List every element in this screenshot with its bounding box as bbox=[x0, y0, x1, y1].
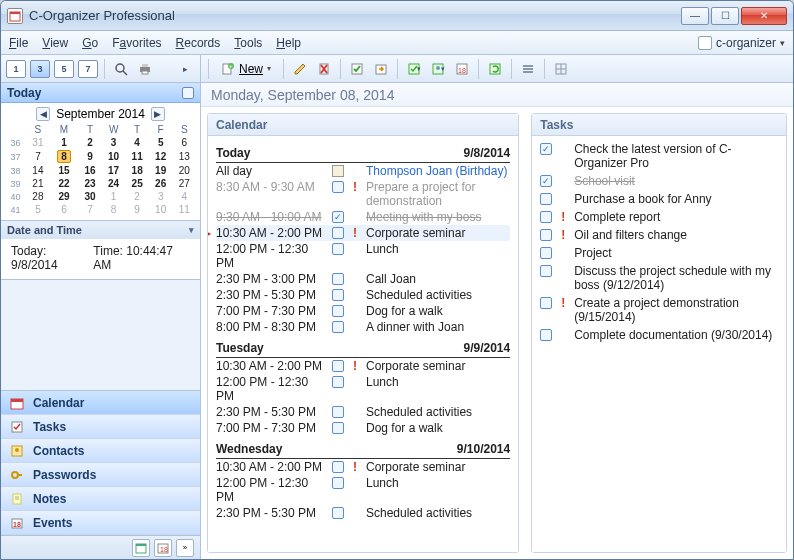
event-checkbox[interactable] bbox=[332, 406, 344, 418]
calendar-day[interactable]: 27 bbox=[172, 177, 196, 190]
task-checkbox[interactable]: ✓ bbox=[540, 175, 552, 187]
event-checkbox[interactable]: ✓ bbox=[332, 211, 344, 223]
view-5day-button[interactable]: 5 bbox=[53, 58, 75, 80]
calendar-day[interactable]: 6 bbox=[172, 136, 196, 149]
event-row[interactable]: 2:30 PM - 5:30 PMScheduled activities bbox=[216, 505, 510, 521]
task-checkbox[interactable] bbox=[540, 211, 552, 223]
calendar-day[interactable]: 1 bbox=[102, 190, 126, 203]
event-row[interactable]: 9:30 AM - 10:00 AM✓Meeting with my boss bbox=[216, 209, 510, 225]
calendar-day[interactable]: 7 bbox=[78, 203, 102, 216]
menu-file[interactable]: File bbox=[9, 36, 28, 50]
event-checkbox[interactable] bbox=[332, 321, 344, 333]
calendar-day[interactable]: 15 bbox=[50, 164, 79, 177]
calendar-day[interactable]: 18 bbox=[125, 164, 149, 177]
event-row[interactable]: 10:30 AM - 2:00 PM!Corporate seminar bbox=[216, 358, 510, 374]
calendar-day[interactable]: 4 bbox=[125, 136, 149, 149]
calendar-day[interactable]: 9 bbox=[78, 149, 102, 164]
event-row[interactable]: 8:00 PM - 8:30 PMA dinner with Joan bbox=[216, 319, 510, 335]
event-checkbox[interactable] bbox=[332, 289, 344, 301]
event-checkbox[interactable] bbox=[332, 305, 344, 317]
event-row[interactable]: 10:30 AM - 2:00 PM!Corporate seminar bbox=[216, 459, 510, 475]
left-toolbar-chevron[interactable]: ▸ bbox=[174, 58, 196, 80]
refresh-button[interactable] bbox=[484, 58, 506, 80]
filter2-button[interactable]: ▾ bbox=[427, 58, 449, 80]
search-button[interactable] bbox=[110, 58, 132, 80]
show-events-button[interactable]: 18 bbox=[451, 58, 473, 80]
calendar-day[interactable]: 7 bbox=[26, 149, 50, 164]
calendar-day[interactable]: 8 bbox=[50, 149, 79, 164]
event-row[interactable]: 7:00 PM - 7:30 PMDog for a walk bbox=[216, 420, 510, 436]
calendar-day[interactable]: 20 bbox=[172, 164, 196, 177]
menu-view[interactable]: View bbox=[42, 36, 68, 50]
task-checkbox[interactable] bbox=[540, 265, 552, 277]
menu-tools[interactable]: Tools bbox=[234, 36, 262, 50]
close-button[interactable]: ✕ bbox=[741, 7, 787, 25]
menu-help[interactable]: Help bbox=[276, 36, 301, 50]
event-checkbox[interactable] bbox=[332, 360, 344, 372]
calendar-day[interactable]: 9 bbox=[125, 203, 149, 216]
task-row[interactable]: Purchase a book for Anny bbox=[540, 190, 778, 208]
calendar-day[interactable]: 29 bbox=[50, 190, 79, 203]
calendar-body[interactable]: Today9/8/2014All dayThompson Joan (Birth… bbox=[208, 136, 518, 552]
nav-events[interactable]: 18Events bbox=[1, 511, 200, 535]
calendar-day[interactable]: 22 bbox=[50, 177, 79, 190]
event-checkbox[interactable] bbox=[332, 376, 344, 388]
goto-today-button[interactable] bbox=[370, 58, 392, 80]
filter1-button[interactable]: ▾ bbox=[403, 58, 425, 80]
grid-view-button[interactable] bbox=[550, 58, 572, 80]
task-row[interactable]: Discuss the project schedule with my bos… bbox=[540, 262, 778, 294]
event-row[interactable]: 2:30 PM - 5:30 PMScheduled activities bbox=[216, 404, 510, 420]
nav-tasks[interactable]: Tasks bbox=[1, 415, 200, 439]
task-row[interactable]: !Oil and filters change bbox=[540, 226, 778, 244]
options-chevron[interactable]: » bbox=[176, 539, 194, 557]
view-7day-button[interactable]: 7 bbox=[77, 58, 99, 80]
event-checkbox[interactable] bbox=[332, 461, 344, 473]
event-checkbox[interactable] bbox=[332, 273, 344, 285]
calendar-day[interactable]: 11 bbox=[172, 203, 196, 216]
complete-button[interactable] bbox=[346, 58, 368, 80]
event-row[interactable]: 12:00 PM - 12:30 PMLunch bbox=[216, 475, 510, 505]
print-button[interactable] bbox=[134, 58, 156, 80]
calendar-day[interactable]: 5 bbox=[26, 203, 50, 216]
task-checkbox[interactable] bbox=[540, 247, 552, 259]
calendar-day[interactable]: 14 bbox=[26, 164, 50, 177]
calendar-day[interactable]: 25 bbox=[125, 177, 149, 190]
new-button[interactable]: + New ▾ bbox=[214, 58, 278, 80]
event-row[interactable]: 2:30 PM - 3:00 PMCall Joan bbox=[216, 271, 510, 287]
calendar-day[interactable]: 17 bbox=[102, 164, 126, 177]
task-checkbox[interactable] bbox=[540, 297, 552, 309]
calendar-day[interactable]: 8 bbox=[102, 203, 126, 216]
calendar-day[interactable]: 26 bbox=[149, 177, 173, 190]
datetime-header[interactable]: Date and Time ▾ bbox=[1, 221, 200, 239]
calendar-day[interactable]: 12 bbox=[149, 149, 173, 164]
today-panel-header[interactable]: Today bbox=[1, 83, 200, 103]
task-row[interactable]: Complete documentation (9/30/2014) bbox=[540, 326, 778, 344]
calendar-day[interactable]: 16 bbox=[78, 164, 102, 177]
event-row[interactable]: 12:00 PM - 12:30 PMLunch bbox=[216, 374, 510, 404]
task-row[interactable]: ✓Check the latest version of C-Organizer… bbox=[540, 140, 778, 172]
minimize-button[interactable]: — bbox=[681, 7, 709, 25]
event-row[interactable]: 8:30 AM - 9:30 AM!Prepare a project for … bbox=[216, 179, 510, 209]
nav-calendar[interactable]: Calendar bbox=[1, 391, 200, 415]
calendar-day[interactable]: 6 bbox=[50, 203, 79, 216]
view-1day-button[interactable]: 1 bbox=[5, 58, 27, 80]
calendar-day[interactable]: 3 bbox=[149, 190, 173, 203]
task-checkbox[interactable] bbox=[540, 229, 552, 241]
task-row[interactable]: ✓School visit bbox=[540, 172, 778, 190]
view-3day-button[interactable]: 3 bbox=[29, 58, 51, 80]
calendar-day[interactable]: 24 bbox=[102, 177, 126, 190]
calendar-day[interactable]: 3 bbox=[102, 136, 126, 149]
nav-notes[interactable]: Notes bbox=[1, 487, 200, 511]
calendar-day[interactable]: 13 bbox=[172, 149, 196, 164]
task-checkbox[interactable]: ✓ bbox=[540, 143, 552, 155]
nav-passwords[interactable]: Passwords bbox=[1, 463, 200, 487]
tasks-body[interactable]: ✓Check the latest version of C-Organizer… bbox=[532, 136, 786, 552]
pin-icon[interactable] bbox=[182, 87, 194, 99]
event-row[interactable]: 7:00 PM - 7:30 PMDog for a walk bbox=[216, 303, 510, 319]
list-view-button[interactable] bbox=[517, 58, 539, 80]
calendar-day[interactable]: 5 bbox=[149, 136, 173, 149]
delete-button[interactable] bbox=[313, 58, 335, 80]
calendar-day[interactable]: 30 bbox=[78, 190, 102, 203]
calendar-day[interactable]: 23 bbox=[78, 177, 102, 190]
menu-favorites[interactable]: Favorites bbox=[112, 36, 161, 50]
